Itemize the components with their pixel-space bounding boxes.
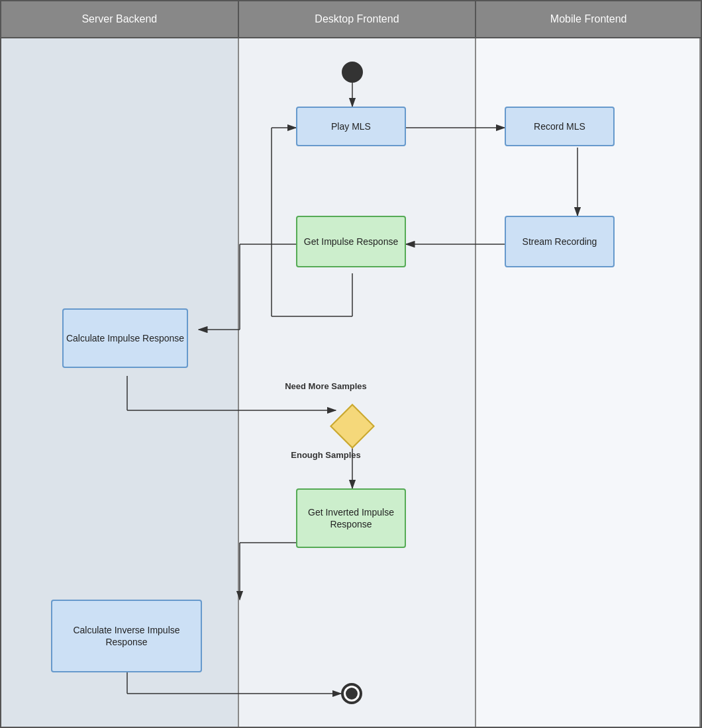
get-impulse-response-node: Get Impulse Response <box>296 216 406 267</box>
end-node <box>341 683 362 704</box>
header-row: Server Backend Desktop Frontend Mobile F… <box>1 1 701 38</box>
calculate-inverse-impulse-response-node: Calculate Inverse Impulse Response <box>51 600 202 672</box>
header-server: Server Backend <box>1 1 239 37</box>
enough-samples-label: Enough Samples <box>260 450 392 460</box>
play-mls-node: Play MLS <box>296 107 406 146</box>
stream-recording-node: Stream Recording <box>505 216 615 267</box>
record-mls-node: Record MLS <box>505 107 615 146</box>
body-row: Play MLS Record MLS Stream Recording Get… <box>1 38 701 727</box>
calculate-impulse-response-node: Calculate Impulse Response <box>62 308 188 368</box>
need-more-samples-label: Need More Samples <box>260 381 392 391</box>
header-mobile: Mobile Frontend <box>476 1 701 37</box>
get-inverted-impulse-response-node: Get Inverted Impulse Response <box>296 488 406 548</box>
header-desktop: Desktop Frontend <box>239 1 477 37</box>
start-node <box>342 62 363 83</box>
diagram-container: Server Backend Desktop Frontend Mobile F… <box>0 0 702 728</box>
